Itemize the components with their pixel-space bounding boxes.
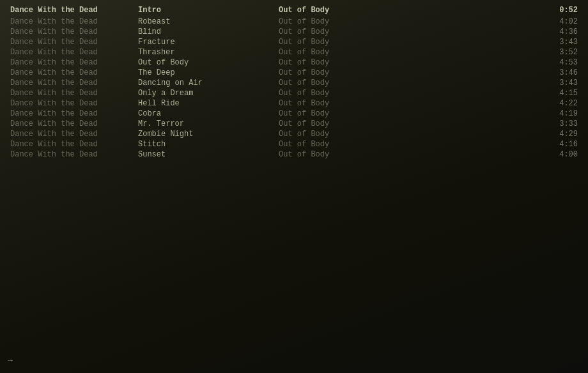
track-title: Only a Dream bbox=[138, 88, 279, 98]
track-duration: 4:00 bbox=[539, 149, 578, 160]
track-duration: 3:43 bbox=[539, 78, 578, 88]
track-duration: 4:16 bbox=[539, 139, 578, 149]
track-album: Out of Body bbox=[279, 98, 539, 109]
track-artist: Dance With the Dead bbox=[10, 78, 138, 88]
table-row[interactable]: Dance With the DeadStitchOut of Body4:16 bbox=[0, 139, 588, 149]
track-album: Out of Body bbox=[279, 109, 539, 119]
track-artist: Dance With the Dead bbox=[10, 17, 138, 27]
header-artist: Dance With the Dead bbox=[10, 5, 138, 15]
track-title: Stitch bbox=[138, 139, 279, 149]
track-duration: 3:52 bbox=[539, 47, 578, 57]
track-list: Dance With the Dead Intro Out of Body 0:… bbox=[0, 0, 588, 165]
track-artist: Dance With the Dead bbox=[10, 129, 138, 139]
table-row[interactable]: Dance With the DeadOnly a DreamOut of Bo… bbox=[0, 88, 588, 98]
track-artist: Dance With the Dead bbox=[10, 68, 138, 78]
table-row[interactable]: Dance With the DeadOut of BodyOut of Bod… bbox=[0, 57, 588, 68]
track-artist: Dance With the Dead bbox=[10, 109, 138, 119]
track-title: Hell Ride bbox=[138, 98, 279, 109]
track-duration: 3:33 bbox=[539, 119, 578, 129]
track-artist: Dance With the Dead bbox=[10, 37, 138, 47]
track-title: Sunset bbox=[138, 149, 279, 160]
table-row[interactable]: Dance With the DeadBlindOut of Body4:36 bbox=[0, 27, 588, 37]
track-album: Out of Body bbox=[279, 68, 539, 78]
track-title: Out of Body bbox=[138, 57, 279, 68]
track-list-header: Dance With the Dead Intro Out of Body 0:… bbox=[0, 5, 588, 15]
track-duration: 4:29 bbox=[539, 129, 578, 139]
table-row[interactable]: Dance With the DeadCobraOut of Body4:19 bbox=[0, 109, 588, 119]
track-album: Out of Body bbox=[279, 149, 539, 160]
track-duration: 3:46 bbox=[539, 68, 578, 78]
track-album: Out of Body bbox=[279, 139, 539, 149]
table-row[interactable]: Dance With the DeadMr. TerrorOut of Body… bbox=[0, 119, 588, 129]
track-title: The Deep bbox=[138, 68, 279, 78]
track-title: Mr. Terror bbox=[138, 119, 279, 129]
track-duration: 4:36 bbox=[539, 27, 578, 37]
track-album: Out of Body bbox=[279, 27, 539, 37]
track-artist: Dance With the Dead bbox=[10, 27, 138, 37]
track-album: Out of Body bbox=[279, 129, 539, 139]
table-row[interactable]: Dance With the DeadSunsetOut of Body4:00 bbox=[0, 149, 588, 160]
track-artist: Dance With the Dead bbox=[10, 88, 138, 98]
track-duration: 4:15 bbox=[539, 88, 578, 98]
table-row[interactable]: Dance With the DeadRobeastOut of Body4:0… bbox=[0, 17, 588, 27]
track-album: Out of Body bbox=[279, 57, 539, 68]
track-artist: Dance With the Dead bbox=[10, 149, 138, 160]
track-duration: 4:22 bbox=[539, 98, 578, 109]
track-artist: Dance With the Dead bbox=[10, 139, 138, 149]
track-album: Out of Body bbox=[279, 119, 539, 129]
track-artist: Dance With the Dead bbox=[10, 98, 138, 109]
track-duration: 4:53 bbox=[539, 57, 578, 68]
track-title: Fracture bbox=[138, 37, 279, 47]
header-duration: 0:52 bbox=[539, 5, 578, 15]
table-row[interactable]: Dance With the DeadThe DeepOut of Body3:… bbox=[0, 68, 588, 78]
table-row[interactable]: Dance With the DeadDancing on AirOut of … bbox=[0, 78, 588, 88]
track-album: Out of Body bbox=[279, 17, 539, 27]
track-title: Thrasher bbox=[138, 47, 279, 57]
table-row[interactable]: Dance With the DeadFractureOut of Body3:… bbox=[0, 37, 588, 47]
table-row[interactable]: Dance With the DeadZombie NightOut of Bo… bbox=[0, 129, 588, 139]
track-album: Out of Body bbox=[279, 47, 539, 57]
track-duration: 4:02 bbox=[539, 17, 578, 27]
track-title: Zombie Night bbox=[138, 129, 279, 139]
table-row[interactable]: Dance With the DeadHell RideOut of Body4… bbox=[0, 98, 588, 109]
track-artist: Dance With the Dead bbox=[10, 119, 138, 129]
track-title: Dancing on Air bbox=[138, 78, 279, 88]
track-artist: Dance With the Dead bbox=[10, 57, 138, 68]
arrow-indicator: → bbox=[8, 356, 13, 365]
track-title: Robeast bbox=[138, 17, 279, 27]
track-duration: 3:43 bbox=[539, 37, 578, 47]
track-album: Out of Body bbox=[279, 78, 539, 88]
table-row[interactable]: Dance With the DeadThrasherOut of Body3:… bbox=[0, 47, 588, 57]
track-duration: 4:19 bbox=[539, 109, 578, 119]
header-title: Intro bbox=[138, 5, 279, 15]
track-title: Blind bbox=[138, 27, 279, 37]
header-album: Out of Body bbox=[279, 5, 539, 15]
track-title: Cobra bbox=[138, 109, 279, 119]
track-artist: Dance With the Dead bbox=[10, 47, 138, 57]
track-album: Out of Body bbox=[279, 37, 539, 47]
track-album: Out of Body bbox=[279, 88, 539, 98]
